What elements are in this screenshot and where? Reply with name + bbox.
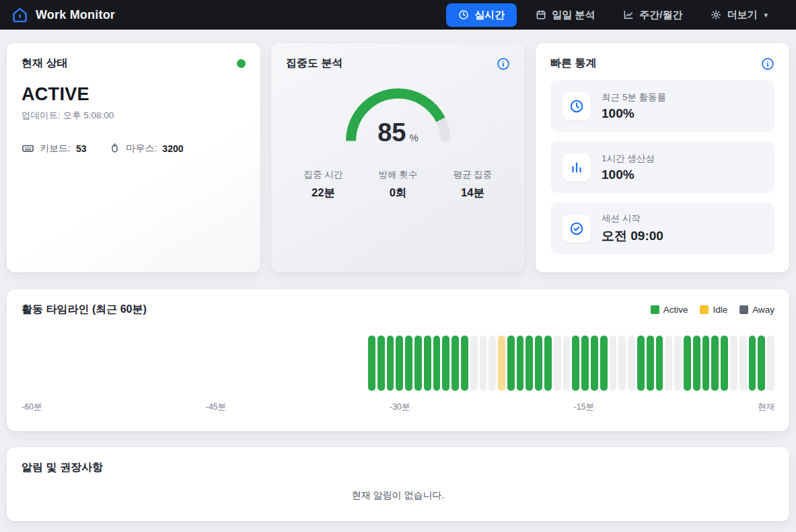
timeline-bars <box>22 336 774 391</box>
clock-icon <box>458 9 469 20</box>
nav-tab-label: 주간/월간 <box>639 9 682 22</box>
mouse-value: 3200 <box>162 143 183 154</box>
timeline-bar-active <box>572 336 579 391</box>
focus-stat-interruptions: 방해 횟수 0회 <box>361 169 435 200</box>
focus-stat-average-focus: 평균 집중 14분 <box>435 169 510 200</box>
sun-icon <box>711 9 721 20</box>
timeline-bar-active <box>711 336 719 391</box>
timeline-bar-empty <box>628 336 635 391</box>
timeline-axis: -60분 -45분 -30분 -15분 현재 <box>22 402 774 413</box>
quick-stats-title: 빠른 통계 <box>550 56 596 71</box>
quick-stats-card: 빠른 통계 최근 5분 활동률 100% <box>536 43 789 272</box>
gauge-unit: % <box>409 132 418 143</box>
timeline-bar-active <box>424 336 431 391</box>
timeline-bar-active <box>451 336 459 391</box>
keyboard-icon <box>22 142 34 155</box>
timeline-bar-active <box>544 336 552 391</box>
focus-stat-focus-time: 집중 시간 22분 <box>286 169 361 200</box>
timeline-bar-empty <box>610 336 617 391</box>
app-title: Work Monitor <box>36 8 115 22</box>
axis-label: -30분 <box>390 402 410 413</box>
timeline-bar-active <box>721 336 728 391</box>
timeline-bar-empty <box>739 336 747 391</box>
legend-swatch-active <box>651 305 659 314</box>
alerts-card: 알림 및 권장사항 현재 알림이 없습니다. <box>7 447 789 521</box>
timeline-bar-empty <box>480 336 487 391</box>
axis-label: -15분 <box>574 402 595 413</box>
timeline-bar-active <box>507 336 515 391</box>
alerts-empty-message: 현재 알림이 없습니다. <box>22 490 774 502</box>
nav-tab-label: 일일 분석 <box>552 9 595 22</box>
timeline-bar-active <box>600 336 608 391</box>
info-icon[interactable] <box>497 57 510 71</box>
timeline-bar-active <box>377 336 385 391</box>
keyboard-counter: 키보드: 53 <box>22 142 86 155</box>
keyboard-label: 키보드: <box>40 143 71 155</box>
activity-timeline-card: 활동 타임라인 (최근 60분) Active Idle Away -60분 -… <box>7 289 789 431</box>
timeline-bar-active <box>656 336 663 391</box>
quick-stat-productivity-1h: 1시간 생산성 100% <box>550 141 774 193</box>
nav-tab-more[interactable]: 더보기 ▾ <box>701 3 777 27</box>
quick-stat-session-start: 세션 시작 오전 09:00 <box>550 202 774 254</box>
timeline-bar-active <box>433 336 441 391</box>
mouse-counter: 마우스: 3200 <box>109 143 183 155</box>
timeline-bar-active <box>591 336 598 391</box>
nav-tab-label: 실시간 <box>474 9 505 22</box>
main-content: 현재 상태 ACTIVE 업데이트: 오후 5:08:00 키보드: 53 <box>0 30 796 521</box>
timeline-bar-active <box>396 336 403 391</box>
axis-label: -60분 <box>22 402 42 413</box>
legend-item-idle: Idle <box>700 305 727 315</box>
chevron-down-icon: ▾ <box>764 11 768 20</box>
check-circle-icon <box>563 215 591 243</box>
timeline-bar-active <box>581 336 589 391</box>
axis-label: -45분 <box>206 402 227 413</box>
mouse-icon <box>109 143 120 154</box>
nav-tab-weekly-monthly[interactable]: 주간/월간 <box>614 3 692 27</box>
status-updated-text: 업데이트: 오후 5:08:00 <box>22 110 246 122</box>
timeline-bar-empty <box>730 336 737 391</box>
gauge-text: 85 % <box>339 118 458 147</box>
status-value: ACTIVE <box>22 84 246 105</box>
timeline-bar-active <box>368 336 375 391</box>
timeline-bar-active <box>647 336 654 391</box>
line-chart-icon <box>623 9 634 20</box>
current-status-title: 현재 상태 <box>22 56 67 71</box>
legend-item-active: Active <box>651 305 688 315</box>
timeline-bar-active <box>414 336 422 391</box>
timeline-bar-empty <box>554 336 561 391</box>
timeline-bar-idle <box>498 336 505 391</box>
legend-swatch-away <box>739 305 748 314</box>
timeline-bar-active <box>702 336 710 391</box>
focus-analysis-title: 집중도 분석 <box>286 56 342 71</box>
home-lock-logo-icon <box>11 6 29 24</box>
keyboard-value: 53 <box>76 143 87 154</box>
timeline-bar-active <box>637 336 645 391</box>
focus-analysis-card: 집중도 분석 85 % 집중 시간 <box>271 43 525 272</box>
nav-tab-realtime[interactable]: 실시간 <box>446 3 517 27</box>
timeline-bar-empty <box>470 336 478 391</box>
gauge-value: 85 <box>377 118 406 147</box>
timeline-bar-active <box>526 336 533 391</box>
timeline-bar-active <box>684 336 691 391</box>
summary-cards-row: 현재 상태 ACTIVE 업데이트: 오후 5:08:00 키보드: 53 <box>7 43 789 272</box>
alerts-title: 알림 및 권장사항 <box>22 461 774 475</box>
current-status-card: 현재 상태 ACTIVE 업데이트: 오후 5:08:00 키보드: 53 <box>7 43 260 272</box>
timeline-bar-active <box>693 336 700 391</box>
timeline-bar-active <box>387 336 394 391</box>
timeline-bar-empty <box>618 336 626 391</box>
status-dot <box>237 59 246 68</box>
timeline-bar-active <box>442 336 449 391</box>
focus-gauge: 85 % <box>339 81 458 149</box>
top-navbar: Work Monitor 실시간 일일 분석 <box>0 0 796 30</box>
clock-icon <box>563 92 591 120</box>
timeline-bar-active <box>461 336 468 391</box>
timeline-bar-empty <box>665 336 672 391</box>
info-icon[interactable] <box>761 57 774 71</box>
quick-stat-activity-5min: 최근 5분 활동률 100% <box>550 80 774 132</box>
axis-label: 현재 <box>758 402 774 413</box>
timeline-bar-active <box>535 336 542 391</box>
timeline-bar-empty <box>767 336 774 391</box>
io-counters-row: 키보드: 53 마우스: 3200 <box>22 142 246 155</box>
timeline-bar-active <box>749 336 756 391</box>
nav-tab-daily[interactable]: 일일 분석 <box>526 3 604 27</box>
